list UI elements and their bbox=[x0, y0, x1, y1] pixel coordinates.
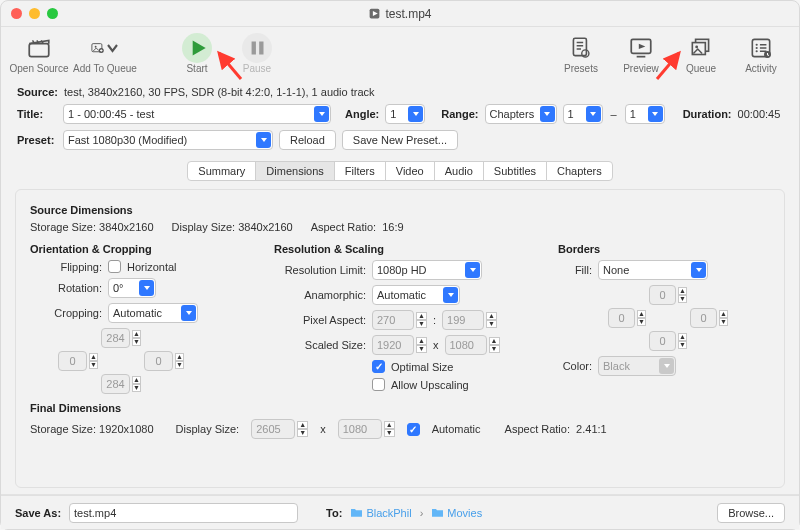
svg-point-19 bbox=[756, 50, 758, 52]
title-select[interactable]: 1 - 00:00:45 - test bbox=[63, 104, 331, 124]
start-button[interactable]: Start bbox=[167, 33, 227, 74]
save-new-preset-button[interactable]: Save New Preset... bbox=[342, 130, 458, 150]
tab-video[interactable]: Video bbox=[385, 161, 435, 181]
crop-right-input: 0 bbox=[144, 351, 173, 371]
add-to-queue-button[interactable]: Add To Queue bbox=[69, 33, 141, 74]
final-x: x bbox=[320, 423, 326, 435]
border-left-input: 0 bbox=[608, 308, 635, 328]
fill-select[interactable]: None bbox=[598, 260, 708, 280]
presets-button[interactable]: Presets bbox=[551, 33, 611, 74]
final-aspect-value: 2.41:1 bbox=[576, 423, 607, 435]
play-icon bbox=[184, 35, 210, 61]
stack-icon bbox=[688, 35, 714, 61]
svg-point-15 bbox=[695, 46, 698, 49]
tab-audio[interactable]: Audio bbox=[434, 161, 484, 181]
flipping-label: Flipping: bbox=[30, 261, 102, 273]
border-top-stepper[interactable]: ▲▼ bbox=[678, 287, 687, 303]
pixel-a-stepper[interactable]: ▲▼ bbox=[416, 312, 427, 328]
border-color-label: Color: bbox=[558, 360, 592, 372]
crop-right-stepper[interactable]: ▲▼ bbox=[175, 353, 184, 369]
border-bottom-stepper[interactable]: ▲▼ bbox=[678, 333, 687, 349]
scaled-x: x bbox=[433, 339, 439, 351]
video-file-icon bbox=[368, 7, 381, 20]
crop-bottom-stepper[interactable]: ▲▼ bbox=[132, 376, 141, 392]
cropping-value: Automatic bbox=[113, 307, 162, 319]
fill-label: Fill: bbox=[558, 264, 592, 276]
final-display-h-stepper[interactable]: ▲▼ bbox=[384, 421, 395, 437]
final-automatic-checkbox[interactable] bbox=[407, 423, 420, 436]
optimal-size-checkbox[interactable] bbox=[372, 360, 385, 373]
horizontal-checkbox[interactable] bbox=[108, 260, 121, 273]
crop-top-stepper[interactable]: ▲▼ bbox=[132, 330, 141, 346]
final-display-h-input: 1080 bbox=[338, 419, 382, 439]
anamorphic-select[interactable]: Automatic bbox=[372, 285, 460, 305]
svg-rect-8 bbox=[259, 42, 263, 55]
preview-button[interactable]: Preview bbox=[611, 33, 671, 74]
pixel-aspect-label: Pixel Aspect: bbox=[274, 314, 366, 326]
source-dimensions-heading: Source Dimensions bbox=[30, 204, 770, 216]
pause-button[interactable]: Pause bbox=[227, 33, 287, 74]
toolbar: Open Source Add To Queue Start Pause Pre… bbox=[1, 27, 799, 83]
pixel-b-stepper[interactable]: ▲▼ bbox=[486, 312, 497, 328]
crop-left-stepper[interactable]: ▲▼ bbox=[89, 353, 98, 369]
src-aspect-label: Aspect Ratio: bbox=[311, 221, 376, 233]
borders-heading: Borders bbox=[558, 243, 748, 255]
save-as-value: test.mp4 bbox=[74, 507, 116, 519]
range-from-value: 1 bbox=[568, 108, 574, 120]
tab-bar: Summary Dimensions Filters Video Audio S… bbox=[1, 161, 799, 181]
border-right-stepper[interactable]: ▲▼ bbox=[719, 310, 728, 326]
border-top-input: 0 bbox=[649, 285, 676, 305]
pause-icon bbox=[244, 35, 270, 61]
dest-path-1[interactable]: BlackPhil bbox=[350, 507, 411, 519]
range-dash: – bbox=[609, 108, 619, 120]
anamorphic-label: Anamorphic: bbox=[274, 289, 366, 301]
anamorphic-value: Automatic bbox=[377, 289, 426, 301]
angle-label: Angle: bbox=[345, 108, 379, 120]
tab-summary[interactable]: Summary bbox=[187, 161, 256, 181]
source-label: Source: bbox=[17, 86, 58, 98]
breadcrumb-sep: › bbox=[420, 507, 424, 519]
photo-plus-icon bbox=[90, 35, 105, 61]
res-limit-label: Resolution Limit: bbox=[274, 264, 366, 276]
preset-label: Preset: bbox=[17, 134, 57, 146]
angle-select[interactable]: 1 bbox=[385, 104, 425, 124]
chevron-down-icon[interactable] bbox=[105, 35, 120, 61]
scaled-size-label: Scaled Size: bbox=[274, 339, 366, 351]
browse-button[interactable]: Browse... bbox=[717, 503, 785, 523]
cropping-select[interactable]: Automatic bbox=[108, 303, 198, 323]
open-source-button[interactable]: Open Source bbox=[9, 33, 69, 74]
scaled-w-stepper[interactable]: ▲▼ bbox=[416, 337, 427, 353]
activity-button[interactable]: Activity bbox=[731, 33, 791, 74]
res-limit-select[interactable]: 1080p HD bbox=[372, 260, 482, 280]
to-label: To: bbox=[326, 507, 342, 519]
svg-point-18 bbox=[756, 47, 758, 49]
save-as-input[interactable]: test.mp4 bbox=[69, 503, 298, 523]
svg-rect-7 bbox=[252, 42, 256, 55]
dest-path-2[interactable]: Movies bbox=[431, 507, 482, 519]
range-type-value: Chapters bbox=[490, 108, 535, 120]
tab-filters[interactable]: Filters bbox=[334, 161, 386, 181]
src-display-label: Display Size: bbox=[172, 221, 236, 233]
range-to-select[interactable]: 1 bbox=[625, 104, 665, 124]
range-from-select[interactable]: 1 bbox=[563, 104, 603, 124]
border-bottom-input: 0 bbox=[649, 331, 676, 351]
range-type-select[interactable]: Chapters bbox=[485, 104, 557, 124]
reload-button[interactable]: Reload bbox=[279, 130, 336, 150]
preview-label: Preview bbox=[623, 63, 659, 74]
preset-select[interactable]: Fast 1080p30 (Modified) bbox=[63, 130, 273, 150]
tab-dimensions[interactable]: Dimensions bbox=[255, 161, 334, 181]
scaled-h-stepper[interactable]: ▲▼ bbox=[489, 337, 500, 353]
crop-bottom-input: 284 bbox=[101, 374, 130, 394]
final-dimensions-heading: Final Dimensions bbox=[30, 402, 770, 414]
tab-chapters[interactable]: Chapters bbox=[546, 161, 613, 181]
tab-subtitles[interactable]: Subtitles bbox=[483, 161, 547, 181]
border-color-value: Black bbox=[603, 360, 630, 372]
queue-button[interactable]: Queue bbox=[671, 33, 731, 74]
final-display-w-stepper[interactable]: ▲▼ bbox=[297, 421, 308, 437]
allow-upscaling-checkbox[interactable] bbox=[372, 378, 385, 391]
rotation-select[interactable]: 0° bbox=[108, 278, 156, 298]
range-to-value: 1 bbox=[630, 108, 636, 120]
svg-marker-6 bbox=[193, 40, 206, 55]
border-left-stepper[interactable]: ▲▼ bbox=[637, 310, 646, 326]
border-right-input: 0 bbox=[690, 308, 717, 328]
